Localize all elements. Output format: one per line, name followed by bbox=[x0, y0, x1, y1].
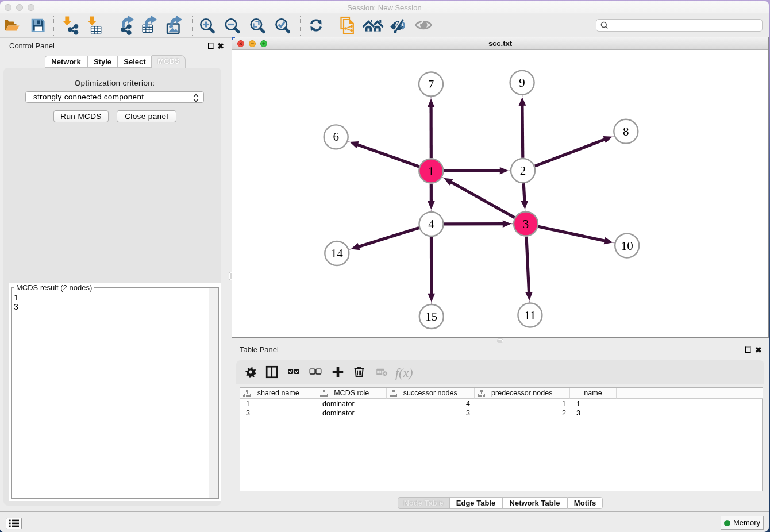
svg-text:11: 11 bbox=[524, 309, 536, 322]
svg-text:6: 6 bbox=[333, 130, 339, 144]
svg-text:14: 14 bbox=[331, 246, 344, 260]
svg-text:1: 1 bbox=[428, 164, 434, 178]
svg-text:10: 10 bbox=[621, 239, 633, 253]
svg-text:4: 4 bbox=[428, 217, 434, 231]
svg-text:15: 15 bbox=[425, 310, 437, 323]
svg-text:2: 2 bbox=[520, 164, 526, 178]
svg-text:7: 7 bbox=[428, 78, 434, 91]
svg-text:f(x): f(x) bbox=[395, 365, 413, 380]
svg-text:3: 3 bbox=[523, 217, 529, 231]
svg-text:9: 9 bbox=[519, 76, 525, 90]
svg-text:8: 8 bbox=[623, 125, 629, 138]
